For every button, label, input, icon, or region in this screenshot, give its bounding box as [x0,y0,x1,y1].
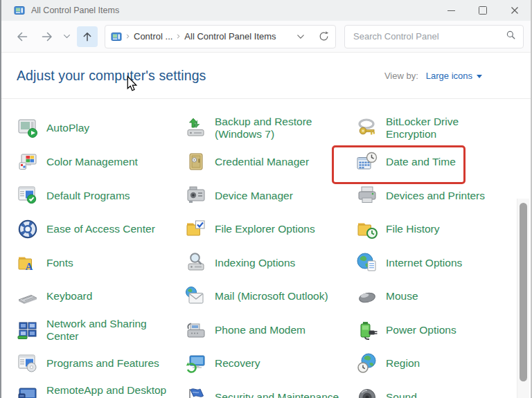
item-label[interactable]: Phone and Modem [215,324,305,336]
item-label[interactable]: Ease of Access Center [46,223,155,235]
recovery-icon [185,352,207,374]
control-panel-icon [111,31,122,42]
view-by-dropdown[interactable]: Large icons [426,71,482,81]
item-keyboard[interactable]: Keyboard [17,280,185,314]
recent-locations-button[interactable] [62,32,71,41]
item-label[interactable]: Devices and Printers [386,190,485,202]
item-fonts[interactable]: Fonts [17,246,185,280]
item-network-sharing[interactable]: Network and Sharing Center [17,314,185,347]
item-label[interactable]: Recovery [215,357,260,370]
item-region[interactable]: Region [356,347,502,381]
item-label[interactable]: Backup and Restore (Windows 7) [215,116,334,141]
item-label[interactable]: RemoteApp and Desktop [46,384,166,397]
address-dropdown-button[interactable] [296,32,305,42]
item-label[interactable]: Region [386,357,420,370]
item-label[interactable]: Date and Time [386,156,456,168]
item-backup-and-restore[interactable]: Backup and Restore (Windows 7) [185,111,356,145]
item-label[interactable]: Mail (Microsoft Outlook) [215,290,328,302]
item-label[interactable]: Power Options [386,324,456,336]
title-bar: All Control Panel Items [1,0,531,21]
item-power-options[interactable]: Power Options [356,314,502,347]
region-icon [356,352,378,374]
address-bar[interactable]: Control ... All Control Panel Items [105,25,336,48]
breadcrumb-current[interactable]: All Control Panel Items [184,31,276,42]
phone-modem-icon [185,319,207,341]
item-autoplay[interactable]: AutoPlay [17,111,185,145]
minimize-icon [447,10,455,11]
device-manager-icon [185,184,207,206]
item-label[interactable]: Credential Manager [215,156,309,168]
control-panel-app-icon [14,5,25,16]
item-file-history[interactable]: File History [356,212,502,246]
item-label[interactable]: Network and Sharing Center [46,318,166,343]
item-label[interactable]: File History [386,223,440,235]
programs-features-icon [17,352,39,374]
item-device-manager[interactable]: Device Manager [185,179,356,212]
item-label[interactable]: File Explorer Options [215,223,315,235]
item-bitlocker[interactable]: BitLocker Drive Encryption [356,111,502,145]
item-devices-and-printers[interactable]: Devices and Printers [356,179,502,212]
forward-arrow-icon [40,30,54,44]
item-remoteapp[interactable]: RemoteApp and Desktop [17,381,185,398]
item-label[interactable]: BitLocker Drive Encryption [386,116,502,141]
view-by-label: View by: [384,71,418,81]
credential-manager-icon [185,151,207,173]
item-sound[interactable]: Sound [356,381,502,398]
chevron-down-icon [62,32,71,41]
indexing-options-icon [185,252,207,274]
item-default-programs[interactable]: Default Programs [17,179,185,212]
item-label[interactable]: AutoPlay [46,122,89,134]
back-button[interactable] [15,30,29,44]
up-button[interactable] [77,26,98,47]
remoteapp-icon [17,384,39,398]
item-mouse[interactable]: Mouse [356,280,502,314]
close-button[interactable] [499,0,531,21]
vertical-scrollbar[interactable] [517,199,529,398]
minimize-button[interactable] [435,0,467,21]
close-icon [511,6,519,15]
item-date-and-time[interactable]: Date and Time [356,145,502,179]
item-label[interactable]: Security and Maintenance [215,391,339,398]
caret-down-icon [477,75,482,78]
search-input[interactable] [352,30,506,42]
date-and-time-icon [356,151,378,173]
network-sharing-icon [17,319,39,341]
item-label[interactable]: Device Manager [215,190,293,202]
item-phone-and-modem[interactable]: Phone and Modem [185,314,356,347]
item-programs-and-features[interactable]: Programs and Features [17,347,185,381]
file-explorer-options-icon [185,218,207,240]
item-label[interactable]: Mouse [386,290,418,302]
item-internet-options[interactable]: Internet Options [356,246,502,280]
item-ease-of-access[interactable]: Ease of Access Center [17,212,185,246]
item-label[interactable]: Default Programs [46,190,130,202]
item-label[interactable]: Programs and Features [46,357,159,370]
file-history-icon [356,218,378,240]
item-file-explorer-options[interactable]: File Explorer Options [185,212,356,246]
item-label[interactable]: Keyboard [46,290,92,302]
control-panel-window: All Control Panel Items Control . [0,0,532,398]
item-label[interactable]: Color Management [46,156,138,168]
page-header: Adjust your computer's settings View by:… [1,53,531,99]
search-icon[interactable] [506,30,516,43]
item-indexing-options[interactable]: Indexing Options [185,246,356,280]
item-security-and-maintenance[interactable]: Security and Maintenance [185,381,356,398]
navigation-bar: Control ... All Control Panel Items [1,21,531,53]
item-color-management[interactable]: Color Management [17,145,185,179]
item-label[interactable]: Indexing Options [215,257,295,269]
item-mail[interactable]: Mail (Microsoft Outlook) [185,280,356,314]
item-credential-manager[interactable]: Credential Manager [185,145,356,179]
keyboard-icon [17,285,39,307]
item-recovery[interactable]: Recovery [185,347,356,381]
devices-printers-icon [356,184,378,206]
mouse-icon [356,285,378,307]
search-box[interactable] [344,25,524,48]
refresh-button[interactable] [318,30,330,42]
security-maintenance-icon [185,386,207,398]
item-label[interactable]: Fonts [46,257,73,269]
breadcrumb-root[interactable]: Control ... [134,31,172,42]
item-label[interactable]: Sound [386,391,417,398]
forward-button[interactable] [40,30,54,44]
scrollbar-thumb[interactable] [520,203,527,381]
item-label[interactable]: Internet Options [386,257,462,269]
maximize-button[interactable] [467,0,499,21]
